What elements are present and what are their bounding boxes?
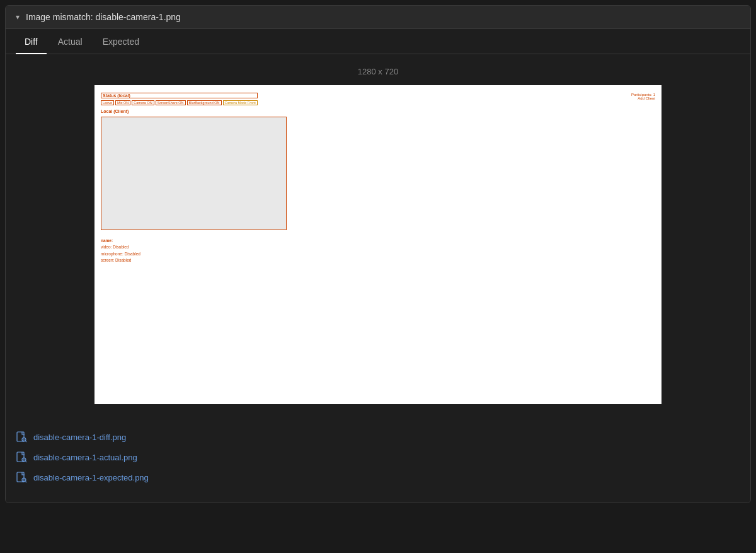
tab-diff[interactable]: Diff (16, 29, 47, 54)
diff-btn-cameramode: Camera Mode Front (223, 100, 258, 105)
diff-status-title: Status (local) (101, 93, 258, 98)
diff-status-info: name: video: Disabled microphone: Disabl… (101, 238, 140, 264)
add-client-label: Add Client (631, 96, 655, 100)
diff-image-preview: Status (local) Leave Mic ON Camera ON Sc… (94, 85, 662, 404)
content-area: 1280 x 720 Status (local) Leave Mic ON C… (6, 54, 750, 417)
image-preview-wrapper: Status (local) Leave Mic ON Camera ON Sc… (16, 85, 740, 404)
tab-expected[interactable]: Expected (94, 29, 148, 54)
diff-btn-leave: Leave (101, 100, 114, 105)
diff-content: Status (local) Leave Mic ON Camera ON Sc… (94, 85, 662, 404)
mismatch-panel: ▾ Image mismatch: disable-camera-1.png D… (5, 5, 751, 503)
files-section: disable-camera-1-diff.png disable-camera… (6, 417, 750, 503)
diff-status-screen: screen: Disabled (101, 257, 140, 264)
file-name-diff: disable-camera-1-diff.png (33, 433, 126, 442)
diff-status-video: video: Disabled (101, 244, 140, 250)
diff-btn-camera: Camera ON (132, 100, 154, 105)
tabs-bar: Diff Actual Expected (6, 29, 750, 54)
image-size-label: 1280 x 720 (16, 67, 740, 76)
panel-header: ▾ Image mismatch: disable-camera-1.png (6, 6, 750, 29)
svg-rect-0 (17, 432, 24, 441)
file-icon-expected (16, 472, 27, 483)
diff-participants: Participants: 1 Add Client (631, 93, 655, 100)
diff-btn-mic: Mic ON (115, 100, 130, 105)
diff-status-name: name: (101, 238, 140, 244)
file-icon-diff (16, 431, 27, 443)
file-link-expected[interactable]: disable-camera-1-expected.png (16, 467, 740, 487)
file-name-actual: disable-camera-1-actual.png (33, 453, 137, 462)
chevron-icon[interactable]: ▾ (16, 13, 20, 21)
diff-btn-blurbg: BlurBackground ON (187, 100, 222, 105)
file-link-actual[interactable]: disable-camera-1-actual.png (16, 447, 740, 467)
diff-video-box (101, 117, 287, 230)
svg-rect-4 (17, 472, 24, 482)
diff-status-section: Status (local) Leave Mic ON Camera ON Sc… (101, 93, 258, 105)
diff-btn-screenshare: ScreenShare ON (156, 100, 186, 105)
diff-status-microphone: microphone: Disabled (101, 251, 140, 257)
file-name-expected: disable-camera-1-expected.png (33, 473, 149, 482)
diff-top-bar: Status (local) Leave Mic ON Camera ON Sc… (101, 93, 655, 105)
tab-actual[interactable]: Actual (49, 29, 91, 54)
panel-title: Image mismatch: disable-camera-1.png (26, 12, 181, 22)
diff-buttons-row: Leave Mic ON Camera ON ScreenShare ON Bl… (101, 100, 258, 105)
file-icon-actual (16, 451, 27, 463)
diff-local-label: Local (Client) (101, 109, 129, 114)
svg-rect-2 (17, 452, 24, 462)
file-link-diff[interactable]: disable-camera-1-diff.png (16, 427, 740, 447)
